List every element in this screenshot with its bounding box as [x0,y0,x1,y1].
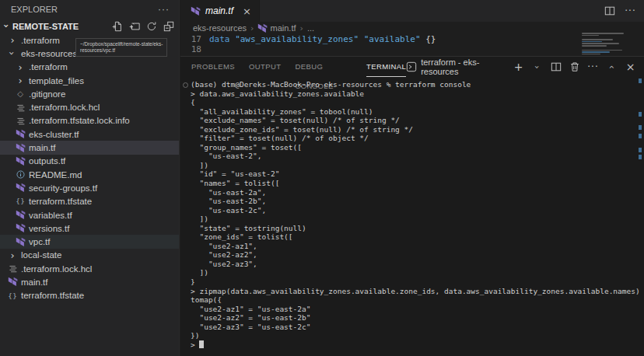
tree-item-outputs-tf[interactable]: outputs.tf [0,155,179,168]
tree-item-label: eks-resources [21,49,77,58]
tree-item--terraform-lock-hcl[interactable]: .terraform.lock.hcl [0,262,179,275]
close-panel-icon[interactable]: × [625,61,636,73]
panel-tab-output[interactable]: OUTPUT [249,57,281,77]
tree-item-label: .terraform [29,62,68,72]
tree-item-security-groups-tf[interactable]: security-groups.tf [0,181,179,194]
tree-item-local-state[interactable]: ›local-state [0,249,179,262]
terminal-line: } [191,277,636,287]
tree-item-readme-md[interactable]: README.md [0,168,179,181]
tree-item-label: terraform.tfstate [21,291,84,300]
command-decoration[interactable] [639,134,642,138]
terminal-line: "exclude_names" = toset(null) /* of stri… [191,116,636,125]
tree-item--terraform-tfstate-lock-info[interactable]: .terraform.tfstate.lock.info [0,114,179,127]
tree-item-main-tf[interactable]: main.tf [0,141,179,154]
editor-code[interactable]: 17data "aws_availability_zones" "availab… [180,34,644,54]
tree-item-template-files[interactable]: ›template_files [0,74,179,87]
terminal-line: ]) [191,268,636,277]
terminal-line: ]) [191,161,636,170]
path-tooltip: ~/Dropbox/spacelift/remote-state/eks- re… [75,38,167,57]
chevron-right-icon: › [15,61,26,73]
command-decoration[interactable] [639,155,642,159]
breadcrumb-item--[interactable]: ... [307,23,314,33]
list-icon [7,263,18,274]
tree-item-label: vpc.tf [29,237,50,246]
tab-close-icon[interactable]: × [243,5,251,17]
refresh-icon[interactable] [145,20,157,32]
terraform-icon [15,222,26,234]
chevron-down-icon: › [7,47,18,59]
braces-icon: {} [15,196,26,208]
new-terminal-icon[interactable]: + [513,61,524,73]
tree-item-terraform-tfstate[interactable]: {}terraform.tfstate [0,195,179,208]
terraform-icon [15,142,26,154]
chevron-down-icon: › [2,24,12,28]
terminal-line: "use2-az1" = "us-east-2a" [191,305,636,314]
minimap-line [582,43,619,44]
split-editor-icon[interactable] [604,5,615,17]
tree-item--gitignore[interactable]: ◇.gitignore [0,87,179,100]
command-decoration[interactable] [639,148,642,152]
tab-main-tf[interactable]: main.tf × [180,0,260,22]
terminal[interactable]: (base) dtm@Dereks-MacBook-Pro eks-resour… [191,80,636,356]
new-folder-icon[interactable] [128,20,140,32]
workspace-header[interactable]: › REMOTE-STATE [0,19,179,33]
terraform-icon [15,128,26,140]
command-decoration[interactable] [639,112,642,117]
panel-tab-problems[interactable]: PROBLEMS [191,57,235,77]
tooltip-line-2: resources/vpc.tf [80,47,163,54]
breadcrumb-label: ... [307,23,314,33]
panel-tab-terminal[interactable]: TERMINAL [366,57,406,77]
code-line: 18 [180,44,644,54]
terminal-icon [406,61,417,73]
tree-item-vpc-tf[interactable]: vpc.tf [0,235,179,248]
tree-item-main-tf[interactable]: main.tf [0,275,179,288]
terraform-icon [15,155,26,167]
maximize-panel-icon[interactable]: › [606,61,618,73]
tree-item-terraform-tfstate[interactable]: {}terraform.tfstate [0,289,179,302]
explorer-title: EXPLORER [11,5,58,14]
more-actions-icon[interactable]: ··· [587,61,599,73]
terminal-line: "us-east-2c", [191,206,636,215]
minimap-line [582,51,610,53]
kill-terminal-icon[interactable] [569,61,580,73]
breadcrumb-item-eks-resources[interactable]: eks-resources [193,23,247,33]
line-number[interactable]: 18 [180,44,201,54]
list-icon [15,115,26,127]
tab-bar: main.tf × ··· [180,0,644,22]
terminal-line: "zone_ids" = tolist([ [191,232,636,242]
new-file-icon[interactable] [111,20,123,32]
explorer-more-actions-icon[interactable]: ··· [158,4,170,15]
tree-item-versions-tf[interactable]: versions.tf [0,222,179,235]
tree-item--terraform-lock-hcl[interactable]: .terraform.lock.hcl [0,100,179,113]
tree-item-label: .terraform [21,36,60,45]
line-number[interactable]: 17 [180,34,201,44]
breadcrumb-item-main-tf[interactable]: main.tf [257,23,296,33]
tree-item-label: eks-cluster.tf [29,130,79,139]
command-decoration[interactable] [639,79,642,83]
tree-item-label: README.md [29,170,82,180]
info-icon [15,169,26,180]
panel-tab-debug-console[interactable]: DEBUG CONSOLE [295,57,352,77]
tree-item-label: versions.tf [29,224,69,233]
terminal-line: (base) dtm@Dereks-MacBook-Pro eks-resour… [191,80,636,89]
breadcrumb-label: eks-resources [193,23,247,33]
minimap-line [582,50,622,51]
command-decoration[interactable] [639,125,642,130]
more-actions-icon[interactable]: ··· [625,5,636,17]
collapse-all-icon[interactable] [163,20,174,32]
breadcrumb-separator-icon: › [300,23,303,33]
code-line: 17data "aws_availability_zones" "availab… [180,34,644,44]
launch-profile-chevron-icon[interactable]: › [531,61,543,73]
tree-item-label: .gitignore [29,89,65,99]
tree-item-variables-tf[interactable]: variables.tf [0,208,179,222]
terminal-picker[interactable]: terraform - eks-resources [406,58,506,76]
minimap[interactable] [577,31,644,56]
tree-item--terraform[interactable]: ›.terraform [0,61,179,74]
terraform-icon [15,236,26,248]
terminal-line: "us-east-2", [191,152,636,161]
tree-item-eks-cluster-tf[interactable]: eks-cluster.tf [0,127,179,141]
terminal-line: { [191,98,636,107]
minimap-line [582,45,607,47]
terraform-icon [190,5,201,17]
split-terminal-icon[interactable] [550,61,562,73]
